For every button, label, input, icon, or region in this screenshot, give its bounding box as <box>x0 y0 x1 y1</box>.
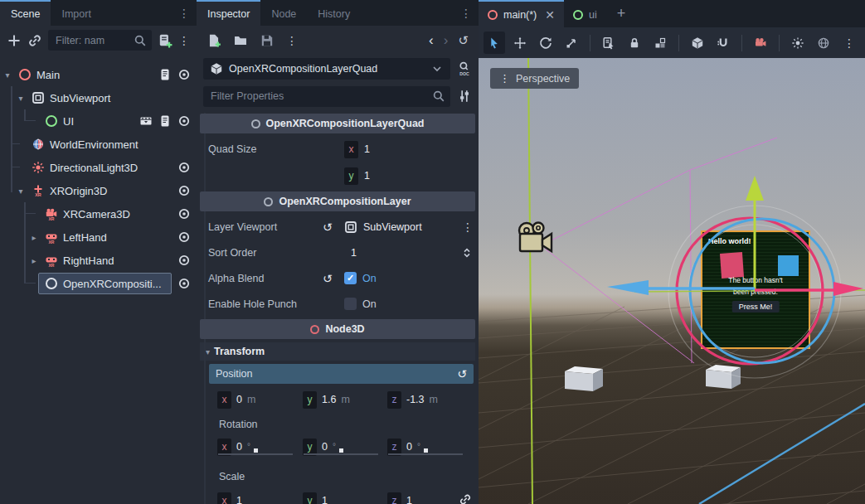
new-scene-tab-button[interactable]: + <box>606 0 637 27</box>
preview-sunlight-toggle[interactable] <box>787 32 809 54</box>
script-icon[interactable] <box>158 68 172 81</box>
collapse-icon[interactable]: ▾ <box>2 70 13 80</box>
gizmo-x-axis-arrow[interactable] <box>755 282 863 296</box>
visibility-eye-icon[interactable] <box>177 230 191 244</box>
gizmo-y-axis-arrow[interactable] <box>746 176 764 291</box>
rotation-x-value[interactable]: 0 <box>236 441 242 453</box>
tree-row-righthand[interactable]: ▸ RightHand <box>0 249 197 272</box>
category-openxrcompositionlayerquad[interactable]: OpenXRCompositionLayerQuad <box>200 114 475 133</box>
scene-tab-ui[interactable]: ui <box>564 0 606 27</box>
tree-row-lefthand[interactable]: ▸ LeftHand <box>0 225 197 249</box>
add-node-button[interactable] <box>7 33 22 48</box>
tree-row-subviewport[interactable]: ▾ SubViewport <box>0 86 197 109</box>
rotation-y-slider[interactable] <box>304 453 378 455</box>
visibility-eye-icon[interactable] <box>177 68 191 81</box>
expand-icon[interactable]: ▸ <box>28 256 40 265</box>
open-docs-icon[interactable] <box>457 61 472 76</box>
quad-size-y-value[interactable]: 1 <box>364 170 370 182</box>
visibility-eye-icon[interactable] <box>177 114 191 128</box>
snap-toggle-button[interactable] <box>712 32 734 54</box>
gizmo-z-axis-arrow[interactable] <box>607 280 755 295</box>
tree-row-worldenvironment[interactable]: WorldEnvironment <box>0 133 197 156</box>
scale-tool-button[interactable] <box>561 32 582 54</box>
position-y-value[interactable]: 1.6 <box>322 394 336 405</box>
inspector-menu-icon[interactable]: ⋮ <box>454 0 479 26</box>
scale-y-value[interactable]: 1 <box>322 495 328 504</box>
visibility-eye-icon[interactable] <box>177 207 191 220</box>
section-transform[interactable]: ▾ Transform <box>200 342 475 361</box>
scene-dock-menu-icon[interactable]: ⋮ <box>172 0 197 26</box>
position-z-value[interactable]: -1.3 <box>406 394 425 405</box>
view-menu-icon[interactable]: ⋮ <box>838 32 860 54</box>
tree-row-ui[interactable]: UI <box>0 109 197 133</box>
position-x-value[interactable]: 0 <box>236 394 242 405</box>
local-space-toggle[interactable] <box>687 32 708 54</box>
category-openxrcompositionlayer[interactable]: OpenXRCompositionLayer <box>200 191 475 211</box>
resource-options-icon[interactable]: ⋮ <box>462 220 474 234</box>
tree-row-xrcamera3d[interactable]: XRCamera3D <box>0 202 197 225</box>
3d-scene[interactable]: Hello world! The button hasn't been pres… <box>479 58 865 504</box>
tune-filter-icon[interactable] <box>457 89 472 104</box>
rotate-tool-button[interactable] <box>535 32 556 54</box>
new-resource-button[interactable] <box>207 33 221 48</box>
preview-environment-toggle[interactable] <box>813 32 834 54</box>
load-resource-button[interactable] <box>233 33 248 48</box>
collapse-icon[interactable]: ▾ <box>15 187 27 196</box>
tree-row-xrorigin3d[interactable]: ▾ XROrigin3D <box>0 179 197 202</box>
control-node-icon <box>573 10 583 20</box>
visibility-eye-icon[interactable] <box>177 254 191 267</box>
instance-scene-button[interactable] <box>27 33 42 48</box>
move-tool-button[interactable] <box>509 32 531 54</box>
visibility-eye-icon[interactable] <box>177 277 191 290</box>
history-back-icon[interactable]: ‹ <box>429 32 434 49</box>
scene-tab-main[interactable]: main(*) ✕ <box>479 0 564 27</box>
rotation-y-value[interactable]: 0 <box>322 441 328 453</box>
history-forward-icon[interactable]: › <box>444 32 449 49</box>
tree-row-main[interactable]: ▾ Main <box>0 63 197 86</box>
spinner-updown-icon[interactable] <box>460 246 474 259</box>
select-tool-button[interactable] <box>484 32 505 54</box>
revert-icon[interactable]: ↺ <box>323 272 333 285</box>
hole-punch-checkbox[interactable] <box>344 298 357 310</box>
scale-z-value[interactable]: 1 <box>406 495 412 504</box>
layer-viewport-value[interactable]: SubViewport <box>363 221 422 233</box>
edited-node-selector[interactable]: OpenXRCompositionLayerQuad <box>203 58 450 80</box>
tree-row-directionallight3d[interactable]: DirectionalLight3D <box>0 156 197 179</box>
tab-scene[interactable]: Scene <box>0 0 51 26</box>
script-icon[interactable] <box>158 114 172 128</box>
close-tab-icon[interactable]: ✕ <box>545 8 555 22</box>
instanced-scene-icon[interactable] <box>139 114 153 128</box>
expand-icon[interactable]: ▸ <box>28 233 40 242</box>
tab-node[interactable]: Node <box>260 0 307 26</box>
alpha-blend-checkbox[interactable]: ✓ <box>344 272 357 284</box>
resource-menu-icon[interactable]: ⋮ <box>286 34 298 47</box>
rotation-x-slider[interactable] <box>218 453 293 455</box>
visibility-eye-icon[interactable] <box>177 161 191 174</box>
tab-inspector[interactable]: Inspector <box>197 0 260 26</box>
scene-tree-menu-icon[interactable]: ⋮ <box>178 34 190 47</box>
attach-script-button[interactable] <box>158 33 173 48</box>
tab-import[interactable]: Import <box>51 0 101 26</box>
property-position-header[interactable]: Position ↺ <box>209 364 474 384</box>
group-node-button[interactable] <box>649 32 671 54</box>
camera-preview-toggle[interactable] <box>750 32 771 54</box>
perspective-menu-button[interactable]: ⋮ Perspective <box>490 68 579 89</box>
rotation-z-value[interactable]: 0 <box>406 441 412 453</box>
tab-history[interactable]: History <box>307 0 361 26</box>
property-filter-input[interactable] <box>203 86 450 107</box>
quad-size-x-value[interactable]: 1 <box>364 143 370 155</box>
lock-node-button[interactable] <box>624 32 645 54</box>
sort-order-value[interactable]: 1 <box>351 247 357 259</box>
collapse-icon[interactable]: ▾ <box>15 94 27 103</box>
list-select-tool-button[interactable] <box>598 32 620 54</box>
scale-link-icon[interactable] <box>459 493 472 504</box>
revert-icon[interactable]: ↺ <box>457 367 467 380</box>
rotation-z-slider[interactable] <box>388 453 463 455</box>
scale-x-value[interactable]: 1 <box>236 495 242 504</box>
visibility-eye-icon[interactable] <box>177 184 191 197</box>
save-resource-button[interactable] <box>260 33 275 48</box>
history-list-icon[interactable]: ↺ <box>458 33 469 48</box>
tree-row-openxrcompositionlayer[interactable]: OpenXRCompositi... <box>0 272 197 295</box>
revert-icon[interactable]: ↺ <box>323 220 333 234</box>
category-node3d[interactable]: Node3D <box>200 319 475 339</box>
